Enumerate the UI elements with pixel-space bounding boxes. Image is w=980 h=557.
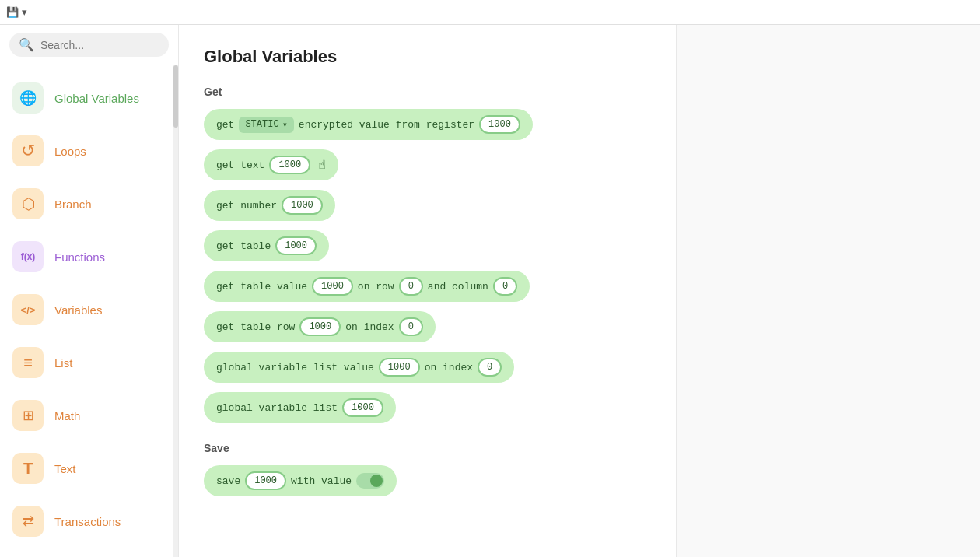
get-table-value-value[interactable]: 1000	[312, 277, 353, 296]
loops-icon: ↺	[12, 135, 44, 166]
block-get-static: get STATIC ▾ encrypted value from regist…	[204, 109, 651, 140]
get-number-value[interactable]: 1000	[282, 196, 323, 215]
list-icon: ≡	[12, 347, 44, 378]
get-text-prefix: get text	[216, 159, 264, 171]
block-get-table-row-inner[interactable]: get table row 1000 on index 0	[204, 311, 436, 342]
block-get-number-inner[interactable]: get number 1000	[204, 190, 335, 221]
scrollbar-track	[173, 65, 178, 557]
save-section-label: Save	[204, 442, 651, 454]
transactions-icon: ⇄	[12, 506, 44, 537]
block-get-table: get table 1000	[204, 230, 651, 261]
block-get-table-row: get table row 1000 on index 0	[204, 311, 651, 342]
sidebar-label-functions: Functions	[54, 250, 105, 264]
block-save-inner[interactable]: save 1000 with value	[204, 465, 397, 496]
get-table-row-middle: on index	[345, 321, 394, 333]
sidebar: 🔍 🌐 Global Variables ↺ Loops ⬡ Branch	[0, 25, 179, 557]
global-var-list-prefix: global variable list	[216, 402, 338, 414]
get-table-prefix: get table	[216, 240, 271, 252]
global-var-list-value-idx[interactable]: 0	[478, 358, 502, 377]
functions-icon: f(x)	[12, 241, 44, 272]
block-get-table-inner[interactable]: get table 1000	[204, 230, 329, 261]
save-dropdown-arrow[interactable]: ▾	[22, 6, 27, 18]
sidebar-item-variables[interactable]: </> Variables	[0, 283, 178, 336]
global-var-list-value-val[interactable]: 1000	[379, 358, 420, 377]
get-table-row-idx[interactable]: 0	[399, 317, 423, 336]
variables-icon: </>	[12, 294, 44, 325]
get-text-value[interactable]: 1000	[269, 156, 310, 174]
sidebar-label-math: Math	[54, 409, 80, 422]
sidebar-item-text[interactable]: T Text	[0, 442, 178, 495]
save-suffix: with value	[291, 475, 352, 487]
sidebar-scroll-area: 🌐 Global Variables ↺ Loops ⬡ Branch f(x)…	[0, 65, 178, 557]
search-input[interactable]	[40, 39, 159, 51]
page-title: Global Variables	[204, 47, 651, 67]
sidebar-item-global-variables[interactable]: 🌐 Global Variables	[0, 72, 178, 124]
save-prefix: save	[216, 475, 240, 487]
math-icon: ⊞	[12, 400, 44, 431]
get-table-value-middle2: and column	[428, 281, 488, 293]
sidebar-item-math[interactable]: ⊞ Math	[0, 389, 178, 442]
block-global-var-list-inner[interactable]: global variable list 1000	[204, 392, 396, 423]
get-table-value-row[interactable]: 0	[399, 277, 423, 296]
cursor-hand: ☝	[318, 157, 326, 173]
sidebar-label-variables: Variables	[54, 303, 102, 317]
main-content: 🔍 🌐 Global Variables ↺ Loops ⬡ Branch	[0, 25, 980, 557]
get-table-row-prefix: get table row	[216, 321, 295, 333]
static-dropdown-arrow: ▾	[282, 119, 288, 131]
block-global-var-list: global variable list 1000	[204, 392, 651, 423]
get-static-prefix: get	[216, 119, 234, 131]
sidebar-label-global-variables: Global Variables	[54, 92, 139, 105]
block-get-text: get text 1000 ☝	[204, 149, 651, 180]
sidebar-label-loops: Loops	[54, 145, 86, 158]
save-button[interactable]: 💾 ▾	[6, 6, 27, 18]
get-static-value[interactable]: 1000	[479, 115, 520, 134]
get-table-value[interactable]: 1000	[275, 236, 317, 255]
sidebar-label-branch: Branch	[54, 198, 92, 211]
block-save: save 1000 with value	[204, 465, 651, 496]
get-number-prefix: get number	[216, 200, 277, 212]
static-dropdown[interactable]: STATIC ▾	[239, 117, 293, 133]
search-input-wrap[interactable]: 🔍	[9, 33, 169, 57]
sidebar-item-functions[interactable]: f(x) Functions	[0, 230, 178, 283]
sidebar-label-list: List	[54, 356, 72, 370]
sidebar-item-list[interactable]: ≡ List	[0, 336, 178, 389]
sidebar-label-text: Text	[54, 462, 76, 475]
block-get-table-value: get table value 1000 on row 0 and column…	[204, 271, 651, 302]
nav-items: 🌐 Global Variables ↺ Loops ⬡ Branch f(x)…	[0, 65, 178, 554]
main-area: Global Variables Get get STATIC ▾ encryp…	[179, 25, 677, 557]
block-global-var-list-value: global variable list value 1000 on index…	[204, 352, 651, 383]
text-icon: T	[12, 453, 44, 484]
sidebar-item-transactions[interactable]: ⇄ Transactions	[0, 495, 178, 548]
top-bar: 💾 ▾	[0, 0, 980, 25]
get-table-value-prefix: get table value	[216, 281, 307, 293]
static-dropdown-label: STATIC	[245, 119, 278, 130]
global-var-list-value[interactable]: 1000	[342, 398, 383, 417]
sidebar-item-branch[interactable]: ⬡ Branch	[0, 177, 178, 230]
get-table-value-col[interactable]: 0	[493, 277, 517, 296]
get-section-label: Get	[204, 86, 651, 98]
right-panel	[677, 25, 980, 557]
global-var-list-value-middle: on index	[425, 362, 473, 373]
global-var-list-value-prefix: global variable list value	[216, 362, 374, 373]
sidebar-item-loops[interactable]: ↺ Loops	[0, 124, 178, 177]
block-get-static-inner[interactable]: get STATIC ▾ encrypted value from regist…	[204, 109, 533, 140]
sidebar-label-transactions: Transactions	[54, 515, 121, 528]
block-get-number: get number 1000	[204, 190, 651, 221]
branch-icon: ⬡	[12, 188, 44, 219]
get-static-middle: encrypted value from register	[299, 119, 474, 131]
scrollbar-thumb[interactable]	[173, 65, 178, 128]
search-bar: 🔍	[0, 25, 178, 65]
block-get-text-inner[interactable]: get text 1000 ☝	[204, 149, 338, 180]
save-section: Save save 1000 with value	[204, 442, 651, 496]
global-variables-icon: 🌐	[12, 82, 44, 114]
block-global-var-list-value-inner[interactable]: global variable list value 1000 on index…	[204, 352, 514, 383]
get-table-value-middle1: on row	[358, 281, 394, 293]
block-get-table-value-inner[interactable]: get table value 1000 on row 0 and column…	[204, 271, 530, 302]
save-value[interactable]: 1000	[245, 471, 286, 490]
get-table-row-value[interactable]: 1000	[299, 317, 341, 336]
save-icon: 💾	[6, 6, 19, 18]
save-toggle[interactable]	[356, 473, 384, 489]
search-icon: 🔍	[19, 37, 34, 52]
